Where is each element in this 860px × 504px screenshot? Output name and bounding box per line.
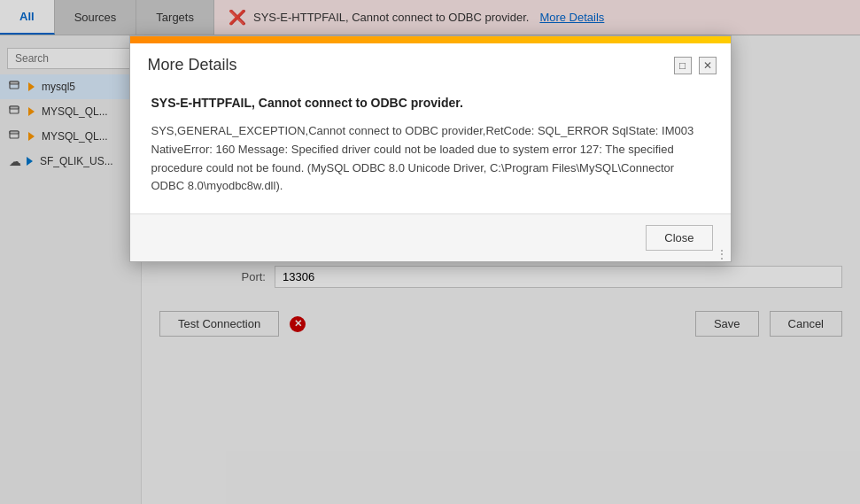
modal-title: More Details [148,56,237,74]
modal-header: More Details □ ✕ [130,43,731,81]
modal-backdrop: More Details □ ✕ SYS-E-HTTPFAIL, Cannot … [0,0,860,504]
modal-close-button[interactable]: ✕ [699,57,717,74]
modal-body: SYS-E-HTTPFAIL, Cannot connect to ODBC p… [130,81,731,213]
modal-error-detail: SYS,GENERAL_EXCEPTION,Cannot connect to … [151,122,709,196]
modal-wrapper: More Details □ ✕ SYS-E-HTTPFAIL, Cannot … [129,35,732,262]
modal-restore-button[interactable]: □ [674,57,692,74]
resize-handle[interactable]: ⋮ [716,248,728,260]
more-details-modal: More Details □ ✕ SYS-E-HTTPFAIL, Cannot … [129,35,732,262]
modal-close-footer-button[interactable]: Close [646,225,712,251]
modal-error-heading: SYS-E-HTTPFAIL, Cannot connect to ODBC p… [151,96,709,110]
modal-titlebar [130,36,731,43]
modal-controls: □ ✕ [674,57,717,74]
modal-footer: Close [130,213,731,261]
